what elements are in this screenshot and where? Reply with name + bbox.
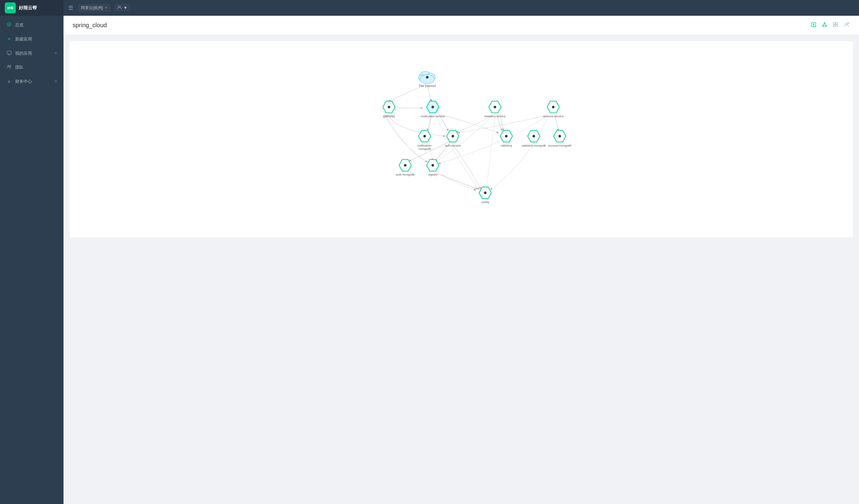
svg-point-13 [823, 26, 824, 27]
sidebar-item-overview[interactable]: 总览 [0, 18, 63, 32]
node-account-service[interactable]: account-service [543, 101, 563, 118]
node-gateway[interactable]: gateway [383, 101, 395, 118]
svg-text:config: config [481, 200, 489, 204]
topology-icon[interactable] [822, 21, 828, 29]
svg-text:statistics-mongodb: statistics-mongodb [522, 144, 546, 147]
svg-point-64 [532, 135, 535, 138]
overview-icon [6, 22, 12, 28]
svg-point-42 [388, 106, 390, 109]
svg-point-51 [552, 106, 555, 109]
svg-point-23 [848, 22, 849, 23]
header-actions [811, 21, 850, 29]
svg-rect-19 [836, 22, 838, 24]
svg-point-61 [505, 135, 508, 138]
logo-icon: 好雨 [5, 2, 16, 13]
svg-line-34 [435, 173, 478, 189]
svg-point-70 [404, 164, 407, 167]
svg-point-12 [824, 22, 825, 23]
svg-rect-20 [833, 25, 835, 27]
team-icon [6, 64, 12, 70]
svg-point-48 [494, 106, 496, 109]
monitor-icon [6, 50, 12, 57]
svg-point-58 [451, 135, 454, 138]
finance-plus-icon[interactable]: + [54, 78, 58, 84]
svg-text:好雨: 好雨 [7, 6, 14, 10]
plus-icon: + [6, 36, 12, 42]
app-settings-icon[interactable] [843, 21, 850, 29]
svg-rect-4 [7, 51, 11, 54]
node-notification-service[interactable]: notification-service [421, 101, 445, 118]
svg-line-16 [825, 23, 826, 26]
region-arrow-icon: ▼ [105, 6, 108, 10]
sidebar-item-new-app-label: 新建应用 [15, 36, 58, 42]
svg-line-25 [427, 85, 432, 101]
user-selector[interactable]: ▼ [114, 4, 130, 12]
topbar: ☰ 阿里云[杭州] ▼ ▼ [63, 0, 859, 16]
sidebar-item-finance[interactable]: ¥ 财务中心 + [0, 74, 63, 89]
svg-point-22 [846, 23, 847, 25]
sidebar-item-team-label: 团队 [15, 65, 58, 70]
hamburger-icon[interactable]: ☰ [68, 4, 73, 11]
grid-icon[interactable] [832, 21, 839, 29]
finance-icon: ¥ [6, 79, 12, 84]
logo-text: 好雨云帮 [19, 5, 37, 11]
sidebar: 好雨 好雨云帮 总览 + 新建应用 我的应用 + 团队 [0, 0, 63, 504]
svg-point-14 [826, 26, 827, 27]
sidebar-item-overview-label: 总览 [15, 22, 58, 28]
svg-point-45 [432, 106, 434, 109]
region-selector[interactable]: 阿里云[杭州] ▼ [78, 4, 111, 12]
svg-rect-21 [836, 25, 838, 27]
svg-point-39 [426, 76, 429, 79]
my-apps-plus-icon[interactable]: + [54, 50, 58, 57]
svg-point-76 [484, 192, 487, 194]
region-label: 阿里云[杭州] [81, 5, 103, 11]
svg-point-3 [9, 24, 10, 25]
svg-rect-18 [833, 22, 835, 24]
sidebar-item-team[interactable]: 团队 [0, 60, 63, 74]
sidebar-item-my-apps[interactable]: 我的应用 + [0, 46, 63, 60]
svg-text:auth-service: auth-service [445, 144, 461, 147]
svg-point-73 [432, 164, 434, 167]
svg-text:account-service: account-service [543, 115, 563, 118]
node-internet[interactable]: The Internet [419, 71, 436, 87]
node-rabbitmq[interactable]: rabbitmq [500, 130, 512, 147]
svg-line-15 [823, 23, 825, 26]
svg-text:gateway: gateway [383, 114, 395, 118]
main-area: ☰ 阿里云[杭州] ▼ ▼ spring_cloud [63, 0, 859, 504]
svg-point-8 [10, 65, 11, 66]
sidebar-nav: 总览 + 新建应用 我的应用 + 团队 ¥ 财务中心 + [0, 16, 63, 504]
page-title: spring_cloud [73, 22, 107, 29]
svg-text:registry: registry [428, 173, 438, 176]
svg-text:notification-: notification- [417, 144, 432, 147]
svg-point-7 [8, 65, 9, 67]
node-registry[interactable]: registry [427, 159, 439, 176]
node-statistics-service[interactable]: statistics-service [484, 101, 506, 118]
graph-container: The Internet gateway notification-servic… [70, 41, 853, 237]
node-account-mongodb[interactable]: account-mongodb [548, 130, 571, 147]
sidebar-item-my-apps-label: 我的应用 [15, 51, 51, 56]
content-area: spring_cloud [63, 16, 859, 504]
svg-text:statistics-service: statistics-service [484, 115, 506, 118]
sidebar-header: 好雨 好雨云帮 [0, 0, 63, 16]
node-notification-mongodb[interactable]: notification- mongodb [417, 130, 432, 150]
svg-text:account-mongodb: account-mongodb [548, 144, 571, 147]
export-icon[interactable] [811, 21, 817, 29]
user-icon [117, 5, 122, 10]
svg-text:mongodb: mongodb [419, 147, 431, 151]
page-header: spring_cloud [63, 16, 859, 35]
node-config[interactable]: config [479, 187, 491, 204]
topology-graph[interactable]: The Internet gateway notification-servic… [76, 47, 847, 229]
user-arrow-icon: ▼ [123, 5, 127, 10]
svg-text:rabbitmq: rabbitmq [501, 144, 512, 147]
node-auth-mongodb[interactable]: auth-mongodb [396, 159, 415, 176]
svg-text:auth-mongodb: auth-mongodb [396, 173, 415, 176]
svg-point-67 [558, 135, 561, 138]
sidebar-item-finance-label: 财务中心 [15, 79, 51, 84]
svg-point-54 [423, 135, 426, 138]
node-statistics-mongodb[interactable]: statistics-mongodb [522, 130, 546, 147]
svg-text:notification-service: notification-service [421, 115, 445, 118]
sidebar-item-new-app[interactable]: + 新建应用 [0, 32, 63, 46]
svg-text:The Internet: The Internet [419, 84, 436, 88]
